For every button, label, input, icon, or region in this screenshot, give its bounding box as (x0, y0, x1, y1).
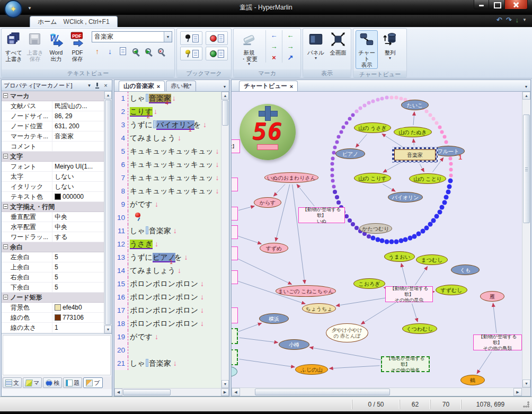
editor-line[interactable]: 7キュキュッキュッキュッ↓ (114, 171, 221, 184)
chart-node-akatombo[interactable]: 夕やけ小やけ の 赤とんぼ (326, 323, 368, 342)
property-group-row[interactable]: マーカ (2, 91, 112, 101)
property-group-row[interactable]: 文字 (2, 152, 112, 162)
undo-icon[interactable]: ↶ (496, 16, 502, 23)
chart-node-fuji[interactable]: ふじの山 (295, 364, 328, 375)
property-value[interactable]: efe4b0 (52, 303, 104, 312)
chart-node-karasu[interactable]: からす (254, 197, 281, 208)
chart-node-c2[interactable]: る歌】 (232, 178, 238, 191)
property-row[interactable]: 上余白5 (2, 262, 112, 272)
app-logo-icon[interactable]: ✦ (4, 0, 22, 18)
chart-node-c5[interactable]: る歌】 (232, 246, 238, 260)
maximize-button[interactable] (489, 0, 504, 10)
chart-node-c7[interactable]: る歌】 組 (232, 307, 238, 323)
property-value[interactable]: 5 (52, 262, 104, 272)
chart-node-inul[interactable]: 【動物が登場する歌】 いぬ (298, 207, 345, 223)
marker-new-change-button[interactable]: 新規 ・変更 ▼ (236, 30, 262, 66)
property-row[interactable]: ノードサイ...86, 29 (2, 111, 112, 121)
chart-node-birdsl[interactable]: 【動物が登場する歌】 その他の鳥類 (473, 334, 522, 350)
toolbar-caret-icon[interactable]: ▼ (522, 16, 527, 23)
chart-vscrollbar[interactable]: ▲ ▼ (522, 92, 530, 387)
editor-line[interactable]: 14てみましょう↓ (114, 264, 221, 277)
property-value[interactable]: 5 (52, 272, 104, 282)
close-button[interactable] (504, 0, 528, 10)
property-value[interactable] (52, 142, 104, 151)
property-value[interactable]: 000000 (52, 192, 104, 201)
property-value[interactable]: 音楽家 (52, 131, 104, 141)
property-value[interactable]: Meiryo UI(1... (52, 162, 104, 171)
bookmark-pin-icon[interactable] (134, 213, 142, 222)
tab-close-icon[interactable]: × (290, 83, 293, 90)
editor-vscrollbar[interactable]: ▲ ▼ (221, 92, 229, 388)
chart-node-g1[interactable]: る歌】 (232, 328, 238, 344)
property-value[interactable]: 中央 (52, 222, 104, 232)
dock-tab-マ[interactable]: マ (23, 377, 42, 388)
last-marker-button[interactable]: → (285, 41, 296, 51)
tab-chart-view[interactable]: チャートビュー × (239, 81, 298, 91)
property-value[interactable]: 5 (52, 252, 104, 262)
fullscreen-button[interactable]: 全画面 (327, 30, 349, 57)
editor-line[interactable]: 9がです↓ (114, 198, 221, 211)
chart-node-katat[interactable]: かたつむり (359, 223, 392, 234)
property-value[interactable]: 631, 200 (52, 121, 104, 131)
property-row[interactable]: マーカテキ...音楽家 (2, 131, 112, 142)
document-list-button[interactable] (117, 46, 128, 56)
editor-line[interactable]: 13うずにピアノ1を↓ (114, 251, 221, 264)
editor-lines[interactable]: 1しゃ音楽家4↓2こりす2↓3うずにバイオリン1を↓4てみましょう↓5キュキュッ… (114, 92, 221, 388)
word-export-button[interactable]: W Word 出力 (46, 30, 66, 63)
property-value[interactable]: しない (52, 172, 104, 181)
chart-node-g2[interactable]: る歌】 (232, 349, 238, 365)
chart-node-c4[interactable]: る歌】 (232, 225, 238, 239)
zoom-in-icon[interactable] (259, 106, 277, 120)
dock-tab-検[interactable]: 検 (43, 377, 62, 388)
chart-node-suzume[interactable]: すずめ (260, 243, 288, 253)
property-row[interactable]: 下余白5 (2, 283, 112, 293)
chart-node-kumo[interactable]: くも (451, 265, 480, 275)
first-marker-button[interactable]: ← (285, 30, 296, 40)
property-row[interactable]: 線の太さ1 (2, 323, 112, 333)
dock-tab-題[interactable]: 題 (63, 377, 82, 388)
editor-line[interactable]: 5キュキュッキュッキュッ↓ (114, 145, 221, 158)
editor-line[interactable]: 20 (114, 343, 221, 357)
editor-line[interactable]: 3うずにバイオリン1を↓ (114, 118, 221, 131)
property-row[interactable]: 線の色773106 (2, 313, 112, 323)
editor-line[interactable]: 6キュキュッキュッキュッ↓ (114, 158, 221, 171)
autohide-pin-icon[interactable] (94, 82, 101, 89)
editor-line[interactable]: 11しゃ音楽家↓ (114, 224, 221, 237)
prev-marker-button[interactable]: ← (268, 30, 280, 40)
property-row[interactable]: 水平配置中央 (2, 222, 112, 232)
search-prev-button[interactable]: ◀ (130, 46, 141, 56)
editor-line[interactable]: 2こりす2↓ (114, 105, 221, 118)
property-value[interactable]: 773106 (52, 313, 104, 322)
delete-marker-button[interactable]: × (268, 52, 280, 63)
chart-node-omawari[interactable]: いぬのおまわりさん (264, 172, 318, 183)
chart-node-c3[interactable]: る歌】 (232, 207, 238, 221)
property-value[interactable]: 民謡\山の... (52, 101, 104, 111)
resize-grip[interactable] (522, 401, 530, 408)
chart-node-violin[interactable]: バイオリン (388, 192, 423, 202)
next-marker-button[interactable]: → (268, 41, 280, 51)
dock-tab-プ[interactable]: プ (83, 377, 102, 388)
property-value[interactable]: しない (52, 182, 104, 191)
editor-line[interactable]: 17ポロンポロンポロン↓ (114, 304, 221, 317)
properties-close-icon[interactable]: × (102, 82, 110, 89)
chart-node-kutsuwa[interactable]: くつわむし (402, 323, 437, 334)
property-row[interactable]: フォントMeiryo UI(1... (2, 162, 112, 172)
chart-node-korogi[interactable]: こおろぎ (353, 278, 385, 289)
chart-node-tsuru[interactable]: 鶴 (460, 375, 485, 385)
property-group-row[interactable]: 文字揃え・行間 (2, 202, 112, 212)
property-value[interactable]: 1 (52, 323, 104, 332)
chart-node-chimeil[interactable]: 【地名が登場する歌】 その他の地名 (381, 356, 430, 372)
editor-line[interactable]: 18ポロンポロンポロン↓ (114, 317, 221, 330)
editor-line[interactable]: 21しゃ音楽家↓ (114, 357, 221, 370)
property-row[interactable]: 太字しない (2, 172, 112, 182)
property-value[interactable]: 86, 29 (52, 111, 104, 121)
search-clear-button[interactable]: × (155, 46, 166, 56)
redo-icon[interactable]: ↷ (506, 16, 512, 23)
property-row[interactable]: 右余白5 (2, 272, 112, 283)
bookmark-red-button[interactable] (206, 31, 228, 45)
property-group-row[interactable]: 余白 (2, 242, 112, 252)
chart-canvas[interactable]: 56 1 たいこ山の うさぎ山の たぬきピアノ音楽家フルート山の こりす山の こ… (232, 92, 522, 387)
property-row[interactable]: 垂直配置中央 (2, 212, 112, 222)
chart-node-usagi[interactable]: 山の うさぎ (354, 122, 391, 133)
property-row[interactable]: ワードラッ...する (2, 232, 112, 242)
